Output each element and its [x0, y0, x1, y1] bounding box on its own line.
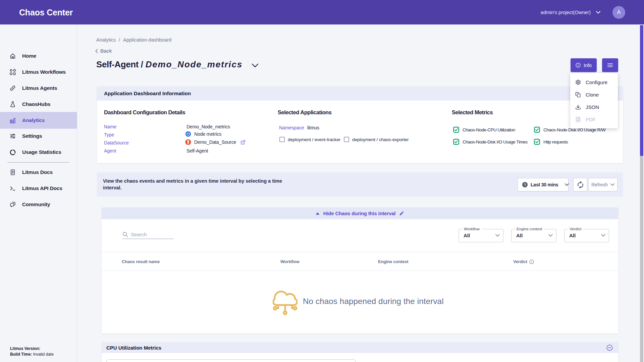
chevron-down-icon — [596, 11, 600, 14]
refresh-icon — [576, 181, 585, 189]
checkbox-checked[interactable] — [534, 127, 540, 133]
cpu-card-header: CPU Utilization Metrics — [102, 342, 618, 353]
sidebar-item-chaoshubs[interactable]: ChaosHubs — [0, 96, 77, 112]
scrollbar-thumb[interactable] — [640, 25, 643, 156]
cpu-utilization-card: CPU Utilization Metrics — [102, 342, 618, 362]
build-value: Invalid date — [32, 352, 54, 357]
sidebar-item-analytics[interactable]: Analytics — [0, 112, 77, 129]
hide-chaos-toggle[interactable]: Hide Chaos during this interval — [102, 207, 618, 219]
menu-item-pdf[interactable]: PDF — [570, 113, 618, 126]
info-button[interactable]: Info — [571, 58, 597, 72]
engine-context-filter-value: All — [516, 233, 523, 238]
agents-icon — [9, 85, 16, 92]
menu-item-json[interactable]: JSON — [570, 101, 618, 113]
checkbox-unchecked[interactable] — [279, 137, 285, 142]
table-divider — [102, 252, 618, 252]
actions-dropdown-menu: Configure Clone JSON PDF — [570, 73, 618, 128]
checkbox-checked[interactable] — [453, 139, 459, 145]
workflows-icon — [9, 69, 16, 75]
verdict-filter-value: All — [569, 233, 576, 238]
selected-metrics-heading: Selected Metrics — [452, 109, 493, 116]
download-icon — [575, 104, 581, 110]
sidebar-item-settings[interactable]: Settings — [0, 128, 77, 144]
application-dashboard-information-card: Application Dashboard Information Dashbo… — [97, 86, 623, 163]
version-info: Litmus Version: Build Time: Invalid date — [10, 346, 54, 357]
datasource-value: Demo_Data_Source — [185, 139, 246, 145]
sidebar-item-home[interactable]: Home — [0, 48, 77, 64]
breadcrumb-analytics[interactable]: Analytics — [96, 37, 116, 43]
cloud-icon — [273, 291, 298, 316]
workflow-filter-label: Workflow — [462, 227, 481, 231]
sidebar-item-litmus-docs[interactable]: Litmus Docs — [0, 164, 77, 180]
menu-item-configure[interactable]: Configure — [570, 76, 618, 88]
namespace-label: Namespace — [279, 125, 304, 130]
info-icon — [576, 63, 581, 68]
sidebar-item-label: Litmus Workflows — [22, 69, 66, 75]
back-button[interactable]: Back — [95, 48, 112, 54]
sidebar-item-label: ChaosHubs — [22, 101, 50, 107]
sidebar-item-label: Litmus Agents — [22, 85, 57, 91]
sidebar-item-label: Usage Statistics — [22, 149, 61, 155]
cpu-card-header-label: CPU Utilization Metrics — [106, 345, 161, 351]
kubernetes-icon — [185, 131, 191, 137]
sidebar-item-usage-statistics[interactable]: Usage Statistics — [0, 144, 77, 160]
community-icon — [9, 201, 16, 208]
engine-context-filter-label: Engine context — [515, 227, 544, 231]
cpu-panel-partial — [106, 359, 356, 362]
sidebar-item-label: Community — [22, 201, 50, 207]
refresh-label: Refresh — [591, 182, 608, 187]
refresh-dropdown-button[interactable]: Refresh — [588, 178, 618, 191]
time-interval-text: View the chaos events and metrics in a g… — [103, 178, 284, 191]
breadcrumb-separator: / — [119, 37, 120, 43]
sidebar-item-litmus-api-docs[interactable]: Litmus API Docs — [0, 180, 77, 196]
refresh-now-button[interactable] — [573, 178, 587, 191]
checkbox-checked[interactable] — [534, 139, 540, 145]
gear-icon — [575, 79, 581, 85]
column-header-chaos-result-name: Chaos result name — [122, 259, 160, 264]
sidebar-item-litmus-workflows[interactable]: Litmus Workflows — [0, 64, 77, 80]
search-field[interactable]: Search — [122, 232, 174, 239]
sidebar: Home Litmus Workflows Litmus Agents Chao… — [0, 24, 77, 362]
datasource-label: DataSource — [104, 140, 129, 145]
workflow-filter-select[interactable]: Workflow All — [459, 229, 503, 242]
breadcrumb-application-dashboard[interactable]: Application-dashboard — [123, 37, 171, 43]
checkbox-checked[interactable] — [453, 127, 459, 133]
docs-icon — [9, 169, 16, 176]
metric-checkbox-label: Chaos-Node-CPU Utilization — [463, 127, 515, 132]
chevron-down-icon — [610, 183, 614, 186]
collapse-minus-icon[interactable] — [606, 345, 613, 351]
search-icon — [122, 232, 128, 237]
kebab-menu-button[interactable] — [602, 58, 618, 72]
menu-item-label: Clone — [586, 92, 599, 98]
triangle-up-icon — [316, 212, 320, 215]
sidebar-item-litmus-agents[interactable]: Litmus Agents — [0, 80, 77, 96]
project-switcher[interactable]: admin's project(Owner) — [541, 0, 600, 24]
sidebar-item-community[interactable]: Community — [0, 196, 77, 213]
title-agent-name: Self-Agent / — [96, 59, 143, 70]
verdict-filter-label: Verdict — [568, 227, 583, 231]
settings-icon — [9, 133, 16, 139]
time-range-button[interactable]: Last 30 mins — [518, 178, 569, 191]
empty-state: No chaos happened during the interval — [102, 270, 618, 334]
external-link-icon[interactable] — [240, 140, 246, 145]
chevron-down-icon — [548, 234, 553, 237]
empty-state-message: No chaos happened during the interval — [303, 297, 444, 306]
column-header-verdict: Verdict — [513, 259, 534, 264]
build-label: Build Time: — [10, 352, 32, 357]
menu-item-clone[interactable]: Clone — [570, 88, 618, 101]
avatar[interactable]: A — [612, 6, 625, 19]
title-chevron-down-icon[interactable] — [252, 63, 259, 68]
application-checkbox-row: deployment / event-tracker — [279, 137, 340, 142]
usage-icon — [9, 149, 16, 156]
verdict-filter-select[interactable]: Verdict All — [564, 229, 609, 242]
menu-item-label: JSON — [586, 104, 599, 110]
chevron-left-icon — [95, 49, 98, 53]
title-dashboard-name: Demo_Node_metrics — [146, 59, 243, 70]
info-circle-icon[interactable] — [529, 259, 534, 264]
config-details-heading: Dashboard Configuration Details — [104, 109, 185, 116]
engine-context-filter-select[interactable]: Engine context All — [511, 229, 556, 242]
checkbox-unchecked[interactable] — [344, 137, 349, 142]
sidebar-item-label: Litmus Docs — [22, 169, 53, 175]
pencil-icon[interactable] — [399, 211, 404, 216]
project-label: admin's project(Owner) — [541, 10, 591, 15]
